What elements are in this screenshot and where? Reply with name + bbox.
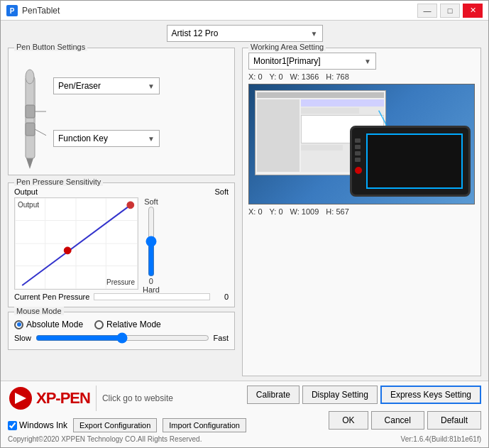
absolute-label: Absolute Mode xyxy=(26,319,83,329)
tablet-btn-2 xyxy=(355,145,361,149)
monitor-arrow: ▼ xyxy=(364,58,371,65)
pen-image xyxy=(14,55,46,169)
pressure-curve-svg xyxy=(15,198,138,289)
pen-button-group: Pen Button Settings xyxy=(8,48,235,175)
window-title: PenTablet xyxy=(22,6,60,16)
minimize-button[interactable]: — xyxy=(417,4,437,18)
svg-point-22 xyxy=(127,202,134,209)
pen-button-content: Pen/Eraser ▼ Function Key ▼ xyxy=(14,53,229,169)
windows-ink-row: Windows Ink Export Configuration Import … xyxy=(8,418,246,432)
area-h-label: H: 567 xyxy=(326,207,348,216)
brand-text: XP-PEN xyxy=(36,389,90,408)
device-select-row: Artist 12 Pro ▼ xyxy=(8,25,481,42)
title-bar: P PenTablet — □ ✕ xyxy=(1,1,488,21)
pen-button2-arrow: ▼ xyxy=(148,135,155,143)
current-pressure-row: Current Pen Pressure 0 xyxy=(14,293,229,301)
slow-label: Slow xyxy=(14,334,31,342)
main-row: Pen Button Settings xyxy=(8,48,481,376)
right-panel: Working Area Setting Monitor1[Primary] ▼… xyxy=(242,48,481,376)
mini-left xyxy=(257,99,300,172)
xppen-logo: XP-PEN xyxy=(8,386,90,411)
monitor-select-row: Monitor1[Primary] ▼ xyxy=(248,53,475,70)
pen-button1-select[interactable]: Pen/Eraser ▼ xyxy=(53,77,160,94)
x-label: X: 0 xyxy=(248,72,263,81)
window-controls: — □ ✕ xyxy=(417,4,483,18)
cancel-button[interactable]: Cancel xyxy=(371,411,424,430)
windows-ink-label: Windows Ink xyxy=(19,420,67,430)
pen-selects: Pen/Eraser ▼ Function Key ▼ xyxy=(53,77,160,147)
ok-button[interactable]: OK xyxy=(329,411,368,430)
ok-cancel-row: OK Cancel Default xyxy=(329,411,481,430)
pressure-graph-area: Output xyxy=(14,197,229,290)
monitor-select[interactable]: Monitor1[Primary] ▼ xyxy=(248,53,376,70)
svg-text:P: P xyxy=(10,7,15,15)
tablet-body xyxy=(350,126,471,197)
y-label: Y: 0 xyxy=(270,72,283,81)
working-area-label: Working Area Setting xyxy=(248,43,326,51)
tablet-buttons xyxy=(355,138,362,174)
tablet-btn-3 xyxy=(355,151,361,155)
graph-output: Output xyxy=(18,201,39,209)
area-y-label: Y: 0 xyxy=(270,207,283,216)
absolute-mode-option[interactable]: Absolute Mode xyxy=(14,319,83,329)
top-action-buttons: Calibrate Display Setting Express Keys S… xyxy=(247,386,481,404)
tablet-dial xyxy=(355,167,362,174)
calibrate-button[interactable]: Calibrate xyxy=(247,386,300,404)
export-button[interactable]: Export Configuration xyxy=(73,418,157,432)
mouse-mode-group: Mouse Mode Absolute Mode Relative Mode S… xyxy=(8,312,235,350)
footer-row: Copyright©2020 XPPEN Technology CO.All R… xyxy=(8,435,481,443)
area-coords-row: X: 0 Y: 0 W: 1009 H: 567 xyxy=(248,207,475,216)
pen-button-label: Pen Button Settings xyxy=(14,43,87,51)
current-pressure-label: Current Pen Pressure xyxy=(14,293,89,301)
import-button[interactable]: Import Configuration xyxy=(163,418,246,432)
relative-label: Relative Mode xyxy=(106,319,161,329)
tablet-btn-1 xyxy=(355,138,361,143)
bottom-section: XP-PEN Click go to website Windows Ink E… xyxy=(8,386,481,443)
svg-point-7 xyxy=(26,70,34,84)
svg-rect-5 xyxy=(26,105,35,118)
svg-marker-2 xyxy=(26,158,33,169)
w-label: W: 1366 xyxy=(290,72,319,81)
windows-ink-check[interactable]: Windows Ink xyxy=(8,420,67,430)
title-bar-left: P PenTablet xyxy=(6,5,60,16)
copyright-text: Copyright©2020 XPPEN Technology CO.All R… xyxy=(8,435,202,443)
mouse-mode-label: Mouse Mode xyxy=(14,307,64,315)
svg-point-21 xyxy=(64,247,71,254)
website-link[interactable]: Click go to website xyxy=(102,393,173,403)
pressure-labels: Output Soft xyxy=(14,187,229,196)
display-setting-button[interactable]: Display Setting xyxy=(302,386,378,404)
absolute-radio[interactable] xyxy=(14,320,23,329)
relative-mode-option[interactable]: Relative Mode xyxy=(94,319,161,329)
monitor-background xyxy=(249,84,474,204)
mini-header xyxy=(257,92,384,98)
express-keys-button[interactable]: Express Keys Setting xyxy=(380,386,481,404)
monitor-coords-row: X: 0 Y: 0 W: 1366 H: 768 xyxy=(248,72,475,81)
pressure-bar xyxy=(94,293,210,300)
pressure-graph: Output xyxy=(14,197,138,290)
close-button[interactable]: ✕ xyxy=(463,4,483,18)
brand-divider xyxy=(96,386,97,411)
windows-ink-checkbox[interactable] xyxy=(8,421,17,430)
area-w-label: W: 1009 xyxy=(290,207,319,216)
pen-button2-select[interactable]: Function Key ▼ xyxy=(53,130,160,147)
mouse-mode-section: Absolute Mode Relative Mode xyxy=(14,317,229,329)
speed-slider[interactable] xyxy=(35,332,209,344)
pen-button2-row: Function Key ▼ xyxy=(53,130,160,147)
default-button[interactable]: Default xyxy=(427,411,481,430)
app-icon: P xyxy=(6,5,18,16)
tablet-btn-4 xyxy=(355,158,361,162)
output-label: Output xyxy=(14,187,38,196)
graph-pressure: Pressure xyxy=(106,278,135,286)
relative-radio[interactable] xyxy=(94,320,104,329)
maximize-button[interactable]: □ xyxy=(440,4,460,18)
left-panel: Pen Button Settings xyxy=(8,48,235,376)
soft-slider-label: Soft xyxy=(144,197,158,206)
device-select[interactable]: Artist 12 Pro ▼ xyxy=(167,25,323,42)
logo-svg xyxy=(8,386,33,411)
pressure-group: Pen Pressure Sensitivity Output Soft Out… xyxy=(8,182,235,307)
pressure-slider[interactable] xyxy=(144,206,158,277)
tablet-device xyxy=(350,126,471,197)
device-select-arrow: ▼ xyxy=(311,30,318,38)
pen-svg xyxy=(14,55,46,173)
main-content: Artist 12 Pro ▼ Pen Button Settings xyxy=(1,21,488,381)
